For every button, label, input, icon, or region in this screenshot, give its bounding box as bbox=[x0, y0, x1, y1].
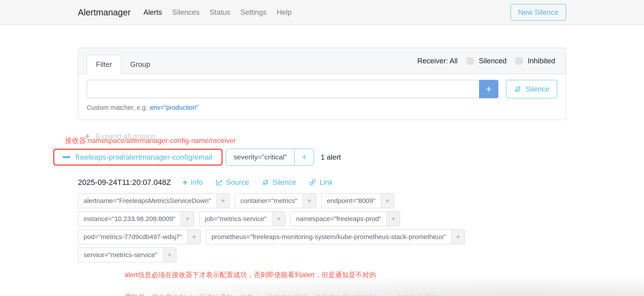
nav-item-alerts[interactable]: Alerts bbox=[144, 8, 162, 16]
alert-count: 1 alert bbox=[321, 153, 341, 162]
label-chip-service: service="metrics-service" + bbox=[78, 248, 176, 262]
label-chip-pod: pod="metrics-77d9cdb497-wdsj7" + bbox=[78, 229, 201, 244]
filter-card: Filter Group Receiver: All Silenced Inhi… bbox=[78, 48, 566, 120]
annotation-alert-note: alert信息必须在接收器下才表示配置成功，否则即使能看到alert，但是通知是… bbox=[124, 270, 566, 280]
bell-slash-icon bbox=[514, 85, 522, 93]
alert-item: 2025-09-24T11:20:07.048Z + Info Source bbox=[78, 178, 566, 296]
label-text: container="metrics" bbox=[235, 194, 303, 208]
alert-source-link[interactable]: Source bbox=[215, 178, 249, 186]
new-silence-button[interactable]: New Silence bbox=[510, 4, 566, 21]
alert-info-button[interactable]: + Info bbox=[182, 178, 203, 187]
alert-silence-button[interactable]: Silence bbox=[262, 178, 296, 186]
group-matcher-add-button[interactable]: + bbox=[294, 149, 314, 165]
group-matcher-label: severity="critical" bbox=[226, 149, 294, 165]
app-brand[interactable]: Alertmanager bbox=[78, 8, 131, 17]
top-navbar: Alertmanager Alerts Silences Status Sett… bbox=[0, 0, 644, 25]
nav-item-settings[interactable]: Settings bbox=[240, 8, 266, 16]
receiver-selector[interactable]: Receiver: All bbox=[417, 57, 458, 65]
receiver-group-highlight-box[interactable]: freeleaps-prod/alertmanager-config/email bbox=[53, 149, 222, 166]
inhibited-checkbox[interactable] bbox=[515, 57, 523, 65]
label-add-button[interactable]: + bbox=[187, 230, 200, 244]
matcher-hint: Custom matcher, e.g.env="production" bbox=[87, 104, 557, 111]
nav-links: Alerts Silences Status Settings Help bbox=[144, 8, 292, 16]
annotation-logic-note: 逻辑是：接收器收到alert后进行通知，如果alert不在接收器下，说明接收器没… bbox=[124, 292, 566, 296]
label-chip-alertname: alertname="FreeleapsMetricsServiceDown" … bbox=[78, 193, 230, 208]
plus-icon: + bbox=[182, 178, 188, 187]
alert-silence-label: Silence bbox=[272, 178, 296, 186]
annotation-receiver-note: 接收器:namespace/altermanager-config-name/r… bbox=[65, 136, 566, 146]
alert-link-label: Link bbox=[320, 178, 333, 186]
matcher-example-link[interactable]: env="production" bbox=[150, 104, 198, 111]
add-matcher-button[interactable]: + bbox=[479, 80, 498, 98]
bell-slash-icon bbox=[262, 178, 270, 186]
label-text: pod="metrics-77d9cdb497-wdsj7" bbox=[78, 230, 187, 244]
alert-source-label: Source bbox=[226, 178, 249, 186]
label-text: instance="10.233.98.209:8009" bbox=[78, 212, 180, 226]
label-chip-prometheus: prometheus="freeleaps-monitoring-system/… bbox=[206, 229, 465, 244]
annotation-logic-line1: 逻辑是：接收器收到alert后进行通知，如果alert不在接收器下，说明接收器没… bbox=[124, 292, 566, 296]
label-text: endpoint="8009" bbox=[322, 194, 381, 208]
label-add-button[interactable]: + bbox=[272, 212, 285, 226]
label-chip-endpoint: endpoint="8009" + bbox=[321, 193, 394, 208]
alert-labels: alertname="FreeleapsMetricsServiceDown" … bbox=[78, 193, 497, 262]
alert-info-label: Info bbox=[191, 178, 203, 186]
filter-tabs: Filter Group bbox=[87, 55, 159, 74]
filter-card-header: Filter Group Receiver: All Silenced Inhi… bbox=[78, 48, 566, 74]
alert-timestamp: 2025-09-24T11:20:07.048Z bbox=[78, 178, 171, 187]
chart-icon bbox=[215, 178, 223, 186]
tab-group[interactable]: Group bbox=[121, 55, 159, 74]
label-text: service="metrics-service" bbox=[78, 248, 163, 262]
silenced-checkbox-label: Silenced bbox=[479, 57, 507, 65]
silence-from-filter-button[interactable]: Silence bbox=[506, 80, 557, 98]
label-text: job="metrics-service" bbox=[200, 212, 272, 226]
label-chip-instance: instance="10.233.98.209:8009" + bbox=[78, 211, 194, 226]
label-text: namespace="freeleaps-prod" bbox=[291, 212, 386, 226]
label-add-button[interactable]: + bbox=[451, 230, 464, 244]
label-add-button[interactable]: + bbox=[216, 194, 230, 208]
nav-item-help[interactable]: Help bbox=[277, 8, 292, 16]
label-add-button[interactable]: + bbox=[163, 248, 176, 262]
tab-filter[interactable]: Filter bbox=[87, 55, 121, 74]
collapse-minus-icon bbox=[63, 156, 70, 158]
link-icon bbox=[308, 178, 316, 186]
label-text: alertname="FreeleapsMetricsServiceDown" bbox=[78, 194, 216, 208]
group-matcher-chip: severity="critical" + bbox=[226, 149, 314, 166]
inhibited-checkbox-label: Inhibited bbox=[528, 57, 555, 65]
label-chip-namespace: namespace="freeleaps-prod" + bbox=[290, 211, 400, 226]
label-add-button[interactable]: + bbox=[180, 212, 194, 226]
label-add-button[interactable]: + bbox=[303, 194, 316, 208]
alert-link-button[interactable]: Link bbox=[308, 178, 333, 186]
label-text: prometheus="freeleaps-monitoring-system/… bbox=[206, 230, 451, 244]
nav-item-silences[interactable]: Silences bbox=[172, 8, 200, 16]
nav-item-status[interactable]: Status bbox=[210, 8, 230, 16]
label-add-button[interactable]: + bbox=[381, 194, 394, 208]
matcher-hint-text: Custom matcher, e.g. bbox=[87, 104, 147, 111]
silenced-checkbox[interactable] bbox=[466, 57, 474, 65]
label-chip-container: container="metrics" + bbox=[235, 193, 316, 208]
silence-button-label: Silence bbox=[526, 85, 550, 93]
matcher-input[interactable] bbox=[87, 80, 479, 98]
label-add-button[interactable]: + bbox=[386, 212, 400, 226]
label-chip-job: job="metrics-service" + bbox=[199, 211, 286, 226]
receiver-group-link[interactable]: freeleaps-prod/alertmanager-config/email bbox=[76, 153, 212, 162]
